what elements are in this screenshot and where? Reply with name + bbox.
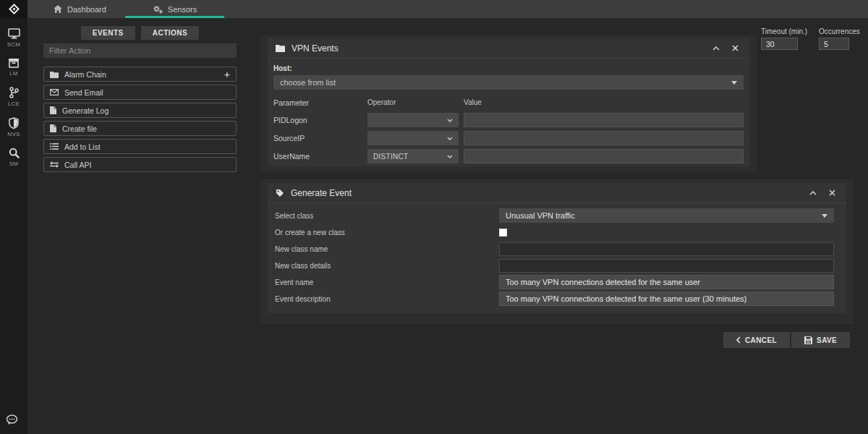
action-item-label: Add to List xyxy=(64,142,101,151)
rail-item-sm[interactable]: SM xyxy=(0,148,27,167)
field-label: New class details xyxy=(275,262,499,270)
parameter-row-pidlogon: PIDLogon xyxy=(273,113,744,127)
folder-icon xyxy=(276,44,285,52)
new-class-details-input[interactable] xyxy=(499,259,834,273)
folder-icon xyxy=(50,71,59,78)
action-item-label: Generate Log xyxy=(62,106,109,115)
rail-item-label: LCE xyxy=(8,101,20,107)
form-row-new-class-checkbox: Or create a new class xyxy=(275,225,839,239)
new-class-checkbox[interactable] xyxy=(499,229,507,237)
chevron-down-icon xyxy=(822,214,827,218)
occurrences-input[interactable] xyxy=(819,38,849,50)
new-class-name-input[interactable] xyxy=(499,242,834,256)
monitor-icon xyxy=(8,28,20,39)
rail-item-lm[interactable]: LM xyxy=(0,58,27,77)
timeout-label: Timeout (min.) xyxy=(761,27,807,35)
git-branch-icon xyxy=(9,87,19,98)
action-item-call-api[interactable]: Call API xyxy=(43,157,237,172)
occurrences-label: Occurrences xyxy=(819,27,860,35)
value-input[interactable] xyxy=(464,131,744,145)
chat-button[interactable] xyxy=(6,414,18,425)
chevron-left-icon xyxy=(736,336,741,344)
parameter-row-sourceip: SourceIP xyxy=(273,131,744,145)
tab-events[interactable]: EVENTS xyxy=(81,26,135,40)
rail-item-scm[interactable]: SCM xyxy=(0,28,27,48)
action-item-alarm-chain[interactable]: Alarm Chain + xyxy=(43,67,237,82)
timeout-input[interactable] xyxy=(761,38,798,50)
app-logo[interactable] xyxy=(0,0,27,18)
nav-tab-label: Dashboard xyxy=(67,5,106,14)
generate-event-header: Generate Event xyxy=(268,183,846,203)
action-item-generate-log[interactable]: Generate Log xyxy=(43,103,237,118)
generate-event-card: Generate Event Select class Unusual VPN … xyxy=(268,183,846,313)
card-title: VPN Events xyxy=(292,43,339,54)
chevron-down-icon xyxy=(447,119,453,122)
generate-event-card-wrapper: Generate Event Select class Unusual VPN … xyxy=(260,179,854,324)
actions-panel: EVENTS ACTIONS Alarm Chain + Send Email … xyxy=(43,26,237,175)
collapse-button[interactable] xyxy=(710,46,723,51)
action-item-label: Create file xyxy=(62,124,97,133)
close-button[interactable] xyxy=(826,190,838,196)
action-item-send-email[interactable]: Send Email xyxy=(43,85,237,100)
chevron-down-icon xyxy=(447,155,453,158)
filter-action-input[interactable] xyxy=(43,43,237,58)
rail-item-label: LM xyxy=(9,70,18,77)
value-input[interactable] xyxy=(464,113,744,127)
form-row-select-class: Select class Unusual VPN traffic xyxy=(275,208,839,223)
swap-arrows-icon xyxy=(50,161,59,168)
top-bar: Dashboard Sensors xyxy=(0,0,868,18)
save-icon xyxy=(804,336,812,344)
event-description-input[interactable] xyxy=(499,292,834,306)
rail-item-label: SCM xyxy=(7,41,21,48)
close-icon xyxy=(732,45,739,51)
chat-icon xyxy=(6,414,18,425)
archive-icon xyxy=(8,58,20,68)
nav-tab-sensors[interactable]: Sensors xyxy=(125,0,224,18)
operator-select[interactable] xyxy=(367,113,459,127)
action-item-create-file[interactable]: Create file xyxy=(43,121,237,136)
field-label: Select class xyxy=(275,212,499,220)
search-icon xyxy=(9,148,20,158)
operator-select[interactable] xyxy=(367,131,459,145)
operator-select[interactable]: DISTINCT xyxy=(367,149,459,163)
event-name-input[interactable] xyxy=(499,275,834,289)
timeout-setting: Timeout (min.) xyxy=(761,27,807,50)
field-label: Or create a new class xyxy=(275,229,499,237)
value-input[interactable] xyxy=(464,149,744,163)
rail-item-nvs[interactable]: NVS xyxy=(0,117,27,137)
select-class-dropdown[interactable]: Unusual VPN traffic xyxy=(499,208,834,223)
column-header-parameter: Parameter xyxy=(273,98,367,107)
field-label: New class name xyxy=(275,245,499,253)
file-icon xyxy=(50,124,56,132)
rail-item-label: NVS xyxy=(7,131,20,137)
nav-tab-dashboard[interactable]: Dashboard xyxy=(35,0,125,18)
parameter-table-header: Parameter Operator Value xyxy=(273,98,744,107)
action-item-label: Call API xyxy=(64,161,91,169)
form-row-event-name: Event name xyxy=(275,275,839,289)
rail-item-lce[interactable]: LCE xyxy=(0,87,27,107)
save-button[interactable]: SAVE xyxy=(791,332,850,348)
gears-icon xyxy=(153,5,163,14)
close-icon xyxy=(829,190,835,196)
parameter-name: PIDLogon xyxy=(273,116,367,124)
tab-actions[interactable]: ACTIONS xyxy=(141,26,200,40)
vpn-events-header: VPN Events xyxy=(268,38,749,59)
action-list: Alarm Chain + Send Email Generate Log Cr… xyxy=(43,67,237,172)
tag-icon xyxy=(276,189,284,197)
close-button[interactable] xyxy=(729,45,741,51)
chevron-down-icon xyxy=(731,81,737,85)
host-select[interactable]: choose from list xyxy=(273,75,744,90)
action-item-add-to-list[interactable]: Add to List xyxy=(43,139,237,154)
rail-item-label: SM xyxy=(9,161,19,167)
main-nav: Dashboard Sensors xyxy=(35,0,224,18)
form-row-new-class-name: New class name xyxy=(275,242,839,256)
add-icon[interactable]: + xyxy=(224,69,230,80)
form-row-event-description: Event description xyxy=(275,292,839,306)
action-item-label: Send Email xyxy=(64,88,103,97)
actions-panel-tabs: EVENTS ACTIONS xyxy=(43,26,237,40)
collapse-button[interactable] xyxy=(807,191,820,195)
cancel-button[interactable]: CANCEL xyxy=(723,332,790,348)
footer-buttons: CANCEL SAVE xyxy=(723,332,850,348)
select-class-value: Unusual VPN traffic xyxy=(506,211,575,220)
parameter-table: Parameter Operator Value PIDLogon Source… xyxy=(273,98,744,163)
